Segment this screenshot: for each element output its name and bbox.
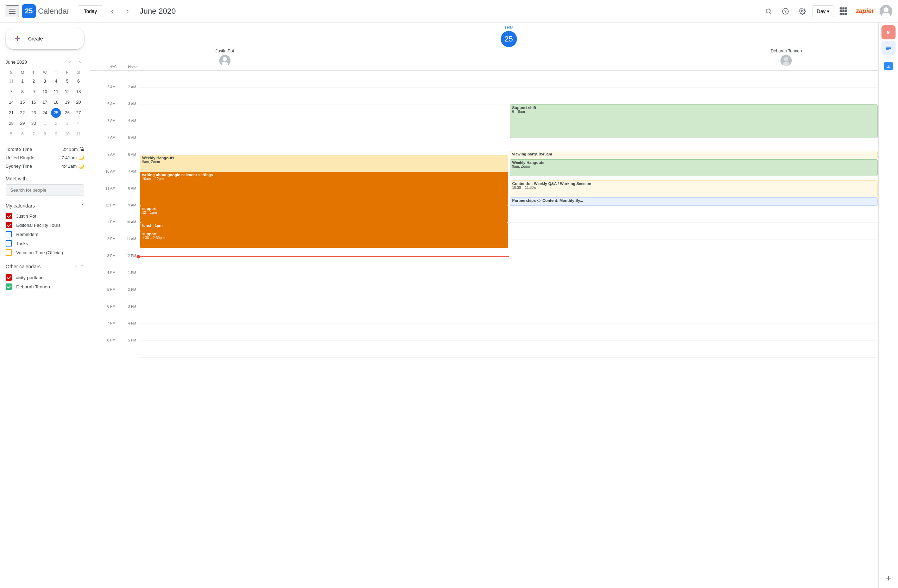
calendar-scroll-area[interactable]: 4 AM 5 AM 6 AM 7 AM 8 AM 9 AM 10 AM 11 A… xyxy=(90,71,878,588)
tztime-2pm: 2 PM xyxy=(118,288,139,292)
cal-day-13[interactable]: 13 xyxy=(74,87,83,97)
other-calendars-header[interactable]: Other calendars + ⌃ xyxy=(0,260,90,273)
event-lunch[interactable]: lunch, 1pm xyxy=(140,223,508,231)
cal-day-20[interactable]: 20 xyxy=(74,97,83,107)
cal-item-city-portland[interactable]: #city-portland xyxy=(0,273,90,282)
mini-cal-next[interactable]: › xyxy=(76,58,84,66)
event-support-12[interactable]: support 12 – 1pm xyxy=(140,206,508,223)
event-support-130[interactable]: support 1:30 – 2:30pm xyxy=(140,231,508,248)
cal-day-7b[interactable]: 7 xyxy=(29,129,39,139)
cal-day-4[interactable]: 4 xyxy=(51,76,61,86)
svg-point-14 xyxy=(784,57,788,61)
cal-day-10b[interactable]: 10 xyxy=(62,129,72,139)
cal-day-21[interactable]: 21 xyxy=(6,108,16,118)
cal-day-10[interactable]: 10 xyxy=(40,87,49,97)
cal-day-12[interactable]: 12 xyxy=(62,87,72,97)
event-writing-google[interactable]: writing about google calender settings 1… xyxy=(140,172,508,206)
other-calendars-add-icon[interactable]: + xyxy=(74,263,78,270)
cal-day-27[interactable]: 27 xyxy=(74,108,83,118)
help-button[interactable]: ? xyxy=(778,4,792,18)
cal-day-8[interactable]: 8 xyxy=(18,87,28,97)
cal-day-22[interactable]: 22 xyxy=(18,108,28,118)
cal-day-2b[interactable]: 2 xyxy=(51,118,61,128)
event-weekly-hangouts-justin[interactable]: Weekly Hangouts 9am, Zoom xyxy=(140,155,508,172)
cal-day-6[interactable]: 6 xyxy=(74,76,83,86)
cal-day-29[interactable]: 29 xyxy=(18,118,28,128)
cal-day-28[interactable]: 28 xyxy=(6,118,16,128)
panel-icon-add[interactable] xyxy=(881,571,895,585)
mini-cal-prev[interactable]: ‹ xyxy=(66,58,74,66)
cal-day-1b[interactable]: 1 xyxy=(40,118,49,128)
create-button[interactable]: Create xyxy=(6,28,84,49)
cal-day-18[interactable]: 18 xyxy=(51,97,61,107)
event-partnerships[interactable]: Partnerships <> Content: Monthly Sy... xyxy=(510,197,878,206)
settings-button[interactable] xyxy=(795,4,809,18)
view-selector[interactable]: Day ▾ xyxy=(812,5,834,17)
panel-icon-tasks[interactable] xyxy=(881,41,895,55)
cal-day-17[interactable]: 17 xyxy=(40,97,49,107)
prev-period-button[interactable]: ‹ xyxy=(106,5,118,18)
cal-item-vacation[interactable]: Vacation Time (Official) xyxy=(0,248,90,257)
event-support-shift[interactable]: Support shift 6 – 8am xyxy=(510,104,878,138)
cal-day-5b[interactable]: 5 xyxy=(6,129,16,139)
hamburger-menu[interactable] xyxy=(6,5,19,17)
cal-name-deborah: Deborah Tennen xyxy=(16,284,50,289)
cal-day-4b[interactable]: 4 xyxy=(74,118,83,128)
cal-item-reminders[interactable]: Reminders xyxy=(0,230,90,239)
cal-day-23[interactable]: 23 xyxy=(29,108,39,118)
cal-item-justin-pot[interactable]: Justin Pot xyxy=(0,211,90,221)
event-viewing-party[interactable]: viewing party, 8:45am xyxy=(510,151,878,159)
cal-day-9b[interactable]: 9 xyxy=(51,129,61,139)
cal-day-3[interactable]: 3 xyxy=(40,76,49,86)
person2-avatar xyxy=(781,55,792,66)
cal-day-26[interactable]: 26 xyxy=(62,108,72,118)
cal-day-19[interactable]: 19 xyxy=(62,97,72,107)
cal-day-6b[interactable]: 6 xyxy=(18,129,28,139)
cal-day-7[interactable]: 7 xyxy=(6,87,16,97)
cal-day-24[interactable]: 24 xyxy=(40,108,49,118)
app-logo[interactable]: 25 Calendar xyxy=(22,4,69,18)
cal-item-deborah[interactable]: Deborah Tennen xyxy=(0,282,90,291)
search-people-input[interactable] xyxy=(6,184,84,196)
cal-checkbox-reminders xyxy=(6,231,12,237)
event-contentful[interactable]: Contentful: Weekly Q&A / Working Session… xyxy=(510,180,878,197)
panel-icon-zoom[interactable]: Z xyxy=(881,59,895,73)
cal-day-11[interactable]: 11 xyxy=(51,87,61,97)
search-button[interactable] xyxy=(761,4,775,18)
panel-icon-notifications[interactable]: 9 xyxy=(881,25,895,39)
apps-grid-icon[interactable] xyxy=(837,5,850,18)
cal-day-30[interactable]: 30 xyxy=(29,118,39,128)
col-deborah-tennen: Support shift 6 – 8am viewing party, 8:4… xyxy=(509,71,879,358)
tztime-1pm: 1 PM xyxy=(118,271,139,275)
user-avatar[interactable] xyxy=(880,5,892,18)
cal-day-16[interactable]: 16 xyxy=(29,97,39,107)
sidebar: Create June 2020 ‹ › S M T W T F S 31 xyxy=(0,23,90,588)
cal-day-15[interactable]: 15 xyxy=(18,97,28,107)
today-button[interactable]: Today xyxy=(78,5,103,17)
my-calendars-header[interactable]: My calendars ⌃ xyxy=(0,200,90,211)
cal-checkbox-editorial xyxy=(6,222,12,228)
cal-day-11b[interactable]: 11 xyxy=(74,129,83,139)
event-weekly-hangouts-deborah[interactable]: Weekly Hangouts 9am, Zoom xyxy=(510,159,878,176)
cal-item-tasks[interactable]: Tasks xyxy=(0,239,90,248)
cal-day-1[interactable]: 1 xyxy=(18,76,28,86)
nyc-time-col: 4 AM 5 AM 6 AM 7 AM 8 AM 9 AM 10 AM 11 A… xyxy=(90,71,118,358)
day-header-t1: T xyxy=(28,69,39,76)
next-period-button[interactable]: › xyxy=(121,5,134,18)
cal-day-3b[interactable]: 3 xyxy=(62,118,72,128)
cal-day-25-today[interactable]: 25 xyxy=(51,108,61,118)
cal-day-9[interactable]: 9 xyxy=(29,87,39,97)
cal-day-31[interactable]: 31 xyxy=(6,76,16,86)
cal-day-8b[interactable]: 8 xyxy=(40,129,49,139)
cal-day-5[interactable]: 5 xyxy=(62,76,72,86)
cal-day-14[interactable]: 14 xyxy=(6,97,16,107)
day-number-circle[interactable]: 25 xyxy=(501,31,517,47)
cal-item-editorial[interactable]: Editorial Facility Tours xyxy=(0,221,90,230)
cal-name-justin: Justin Pot xyxy=(16,213,36,219)
top-navigation: 25 Calendar Today ‹ › June 2020 ? Day ▾ … xyxy=(0,0,898,23)
day-header-f: F xyxy=(62,69,73,76)
clock-toronto: Toronto Time 2:41pm 🌤 xyxy=(6,145,84,154)
svg-text:Z: Z xyxy=(887,64,890,69)
cal-day-2[interactable]: 2 xyxy=(29,76,39,86)
time-5am: 5 AM xyxy=(90,85,118,89)
